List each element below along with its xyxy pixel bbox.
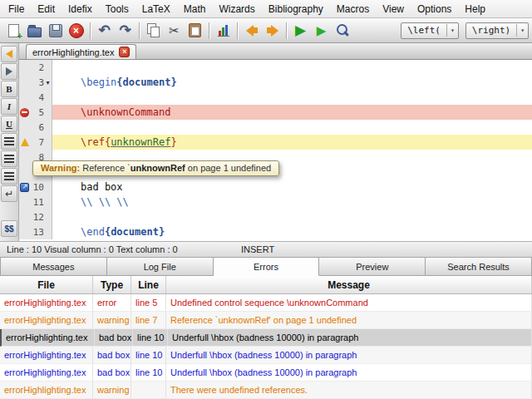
menu-math[interactable]: Math bbox=[177, 1, 213, 17]
left-delimiter-combo[interactable]: \left( ▾ bbox=[401, 22, 459, 39]
editor-line[interactable]: 7\ref{unknownRef} bbox=[19, 135, 532, 150]
warning-tooltip: Warning: Reference `unknownRef on page 1… bbox=[32, 160, 279, 176]
delimiter-combos: \left( ▾ \right) ▾ bbox=[394, 22, 529, 39]
italic-button[interactable]: I bbox=[1, 98, 17, 115]
line-number-cell: 13 bbox=[30, 224, 52, 239]
toolbar: ↶↷✂▶▶ \left( ▾ \right) ▾ bbox=[0, 18, 532, 43]
editor-line[interactable]: 5\unknownCommand bbox=[19, 105, 532, 120]
underline-button[interactable]: U bbox=[1, 116, 17, 132]
close-tab-icon[interactable]: × bbox=[119, 47, 130, 57]
menu-tools[interactable]: Tools bbox=[99, 1, 135, 17]
error-row[interactable]: errorHighlighting.texerrorline 5Undefine… bbox=[0, 294, 532, 312]
statusbar: Line : 10 Visual column : 0 Text column … bbox=[0, 241, 532, 257]
structure-icon[interactable] bbox=[213, 20, 234, 41]
line-marker-cell bbox=[19, 90, 30, 105]
tab-label: errorHighlighting.tex bbox=[32, 47, 114, 57]
fold-marker-icon[interactable]: ▾ bbox=[44, 79, 52, 86]
cell-message: Underfull \hbox (badness 10000) in parag… bbox=[166, 347, 532, 363]
newline-button[interactable]: ↵ bbox=[1, 185, 17, 202]
editor-line[interactable]: 3▾\begin{document} bbox=[19, 75, 532, 90]
right-delimiter-combo[interactable]: \right) ▾ bbox=[466, 22, 529, 39]
editor-line[interactable]: 4 bbox=[19, 90, 532, 105]
tab-errorhighlighting-tex[interactable]: errorHighlighting.tex × bbox=[26, 44, 136, 59]
menu-idefix[interactable]: Idefix bbox=[62, 1, 99, 17]
editor-line[interactable]: 2 bbox=[19, 60, 532, 75]
cut-icon[interactable]: ✂ bbox=[164, 20, 185, 41]
save-icon[interactable] bbox=[45, 20, 66, 41]
panel-tab-search-results[interactable]: Search Results bbox=[426, 257, 532, 276]
line-number-cell: 10 bbox=[30, 180, 52, 195]
panel-tab-log-file[interactable]: Log File bbox=[107, 257, 214, 276]
cell-line: line 10 bbox=[133, 329, 168, 346]
column-header-line: Line bbox=[131, 276, 166, 293]
error-row[interactable]: errorHighlighting.texbad boxline 10Under… bbox=[0, 364, 532, 382]
compile-icon[interactable]: ▶ bbox=[290, 20, 311, 41]
view-icon[interactable]: ▶ bbox=[311, 20, 332, 41]
menu-macros[interactable]: Macros bbox=[330, 1, 376, 17]
copy-icon[interactable] bbox=[143, 20, 164, 41]
editor-line[interactable]: 10bad box bbox=[19, 180, 532, 195]
close-file-icon[interactable] bbox=[66, 20, 86, 41]
error-row[interactable]: errorHighlighting.texwarningline 7Refere… bbox=[0, 312, 532, 329]
editor-line[interactable]: 6 bbox=[19, 120, 532, 135]
warning-marker-icon[interactable] bbox=[21, 138, 29, 146]
new-document-icon[interactable] bbox=[3, 20, 24, 41]
line-marker-cell bbox=[19, 224, 30, 239]
editor-line[interactable]: 13\end{document} bbox=[19, 224, 532, 239]
next-button[interactable] bbox=[1, 63, 17, 80]
line-marker-cell bbox=[19, 105, 30, 120]
list-2-button[interactable] bbox=[1, 150, 17, 167]
prev-button[interactable] bbox=[1, 46, 17, 62]
menu-bibliography[interactable]: Bibliography bbox=[262, 1, 330, 17]
error-marker-icon[interactable] bbox=[20, 108, 29, 117]
menu-view[interactable]: View bbox=[376, 1, 411, 17]
open-folder-icon[interactable] bbox=[24, 20, 45, 41]
editor-line[interactable]: 12 bbox=[19, 209, 532, 224]
list-3-button[interactable] bbox=[1, 168, 17, 185]
menu-edit[interactable]: Edit bbox=[31, 1, 62, 17]
line-number-cell: 5 bbox=[30, 105, 52, 120]
back-icon[interactable] bbox=[241, 20, 262, 41]
bold-button[interactable]: B bbox=[1, 81, 17, 97]
menu-file[interactable]: File bbox=[2, 1, 31, 17]
search-icon[interactable] bbox=[332, 20, 352, 41]
line-number: 7 bbox=[38, 137, 44, 148]
badbox-marker-icon[interactable] bbox=[20, 183, 29, 192]
menu-help[interactable]: Help bbox=[458, 1, 492, 17]
panel-tab-errors[interactable]: Errors bbox=[214, 257, 320, 276]
menubar: FileEditIdefixToolsLaTeXMathWizardsBibli… bbox=[0, 0, 532, 18]
list-1-button[interactable] bbox=[1, 133, 17, 150]
tooltip-reference-name: unknownRef bbox=[131, 163, 185, 173]
cell-line: line 7 bbox=[131, 312, 166, 328]
line-marker-cell bbox=[19, 60, 30, 75]
cell-type: warning bbox=[93, 312, 131, 328]
cell-file: errorHighlighting.tex bbox=[2, 329, 95, 346]
error-row[interactable]: errorHighlighting.texwarningThere were u… bbox=[0, 382, 532, 399]
editor-line[interactable]: 11\\ \\ \\ bbox=[19, 195, 532, 209]
panel-tab-messages[interactable]: Messages bbox=[0, 257, 107, 276]
menu-wizards[interactable]: Wizards bbox=[212, 1, 261, 17]
line-number: 2 bbox=[38, 62, 44, 73]
cell-type: bad box bbox=[93, 364, 131, 381]
inline-math-button[interactable]: $$ bbox=[1, 220, 17, 237]
error-row[interactable]: errorHighlighting.texbad boxline 10Under… bbox=[0, 329, 532, 347]
line-number: 13 bbox=[33, 227, 44, 238]
cell-message: Underfull \hbox (badness 10000) in parag… bbox=[168, 329, 532, 346]
undo-icon[interactable]: ↶ bbox=[94, 20, 115, 41]
line-number: 10 bbox=[33, 182, 44, 193]
paste-icon[interactable] bbox=[185, 20, 205, 41]
cell-file: errorHighlighting.tex bbox=[0, 364, 93, 381]
menu-options[interactable]: Options bbox=[411, 1, 458, 17]
panel-tab-preview[interactable]: Preview bbox=[319, 257, 426, 276]
insert-mode-indicator: INSERT bbox=[241, 244, 274, 254]
line-number-cell: 7 bbox=[30, 135, 52, 150]
error-row[interactable]: errorHighlighting.texbad boxline 10Under… bbox=[0, 347, 532, 364]
menu-latex[interactable]: LaTeX bbox=[135, 1, 177, 17]
toolbar-buttons: ↶↷✂▶▶ bbox=[3, 20, 352, 41]
cell-file: errorHighlighting.tex bbox=[0, 312, 93, 328]
redo-icon[interactable]: ↷ bbox=[115, 20, 135, 41]
line-number: 3 bbox=[38, 77, 44, 88]
line-text bbox=[52, 120, 532, 135]
forward-icon[interactable] bbox=[262, 20, 283, 41]
editor[interactable]: 23▾\begin{document}45\unknownCommand67\r… bbox=[19, 60, 532, 241]
